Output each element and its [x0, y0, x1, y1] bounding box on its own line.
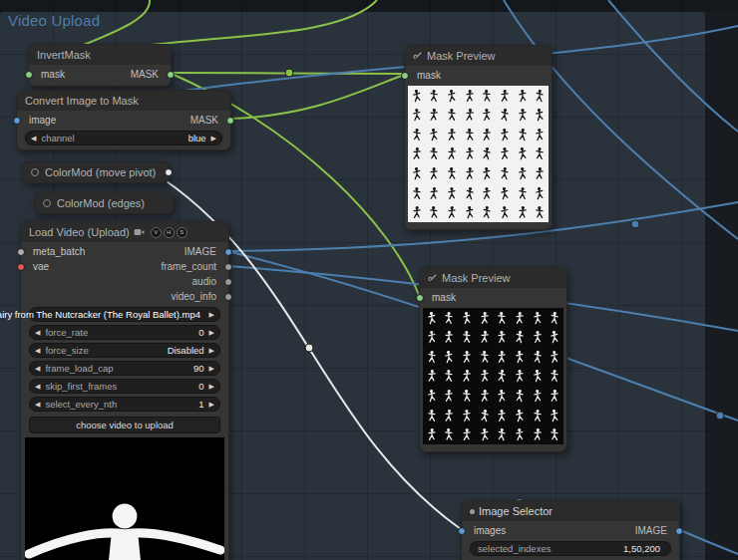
input-slot-mask[interactable]: mask	[29, 67, 65, 82]
dancer-figure	[462, 350, 472, 364]
combo-left-arrow-icon[interactable]: ◀	[35, 326, 40, 339]
combo-left-arrow-icon[interactable]: ◀	[35, 344, 40, 357]
mask-preview-image[interactable]	[423, 308, 563, 444]
dancer-figure	[429, 166, 439, 180]
dancer-figure	[535, 166, 545, 180]
node-invert-mask[interactable]: InvertMask mask MASK	[28, 44, 172, 87]
meta-batch-input-dot[interactable]	[17, 248, 25, 256]
mask-input-dot[interactable]	[401, 72, 409, 80]
dancer-figure	[515, 350, 525, 364]
dancer-figure	[550, 350, 559, 364]
combo-right-arrow-icon[interactable]: ▶	[209, 398, 214, 411]
video-file-combo-widget[interactable]: Plum Fairy from The Nutcracker (The Roya…	[29, 307, 220, 322]
output-slot-audio[interactable]: audio	[192, 274, 228, 289]
force-size-widget[interactable]: ◀ force_size Disabled ▶	[29, 343, 220, 358]
dancer-figure	[447, 166, 457, 180]
mask-preview-image[interactable]	[408, 86, 549, 222]
dancer-figure	[518, 166, 528, 180]
frame-count-output-dot[interactable]	[224, 263, 232, 271]
choose-video-button[interactable]: choose video to upload	[29, 417, 220, 433]
mask-input-dot[interactable]	[25, 71, 33, 79]
collapse-toggle-icon[interactable]	[43, 199, 51, 207]
combo-left-arrow-icon[interactable]: ◀	[35, 380, 40, 393]
node-mask-preview-2[interactable]: Mask Preview mask	[419, 267, 567, 452]
force-rate-widget[interactable]: ◀ force_rate 0 ▶	[29, 325, 220, 340]
node-mask-preview-1[interactable]: Mask Preview mask	[404, 45, 553, 230]
slot-label: MASK	[131, 69, 159, 80]
node-image-selector[interactable]: Image Selector images IMAGE selected_ind…	[461, 500, 680, 560]
video-preview-image[interactable]	[25, 437, 224, 560]
input-slot-mask[interactable]: mask	[420, 290, 456, 305]
widget-value: Disabled	[168, 344, 204, 357]
video-info-output-dot[interactable]	[224, 293, 232, 301]
node-graph-canvas[interactable]: Video Upload InvertMask mask	[0, 0, 738, 560]
collapsed-output-dot[interactable]	[165, 168, 173, 176]
combo-right-arrow-icon[interactable]: ▶	[209, 380, 214, 393]
image-input-dot[interactable]	[13, 117, 21, 125]
node-load-video-upload[interactable]: Load Video (Upload) V H S meta_batch IMA…	[20, 221, 229, 560]
dancer-figure	[518, 205, 528, 219]
images-input-dot[interactable]	[458, 527, 466, 535]
dancer-figure	[482, 108, 492, 122]
combo-right-arrow-icon[interactable]: ▶	[209, 326, 214, 339]
collapse-toggle-icon[interactable]	[31, 168, 39, 176]
audio-output-dot[interactable]	[224, 278, 232, 286]
dancer-figure	[497, 330, 507, 344]
input-slot-images[interactable]: images	[462, 523, 506, 538]
mask-output-dot[interactable]	[167, 71, 175, 79]
combo-left-arrow-icon[interactable]: ◀	[31, 132, 36, 144]
combo-right-arrow-icon[interactable]: ▶	[209, 344, 214, 357]
select-every-nth-widget[interactable]: ◀ select_every_nth 1 ▶	[29, 397, 220, 412]
node-title-bar[interactable]: Load Video (Upload) V H S	[21, 222, 228, 242]
mask-input-dot[interactable]	[416, 294, 424, 302]
output-slot-frame-count[interactable]: frame_count	[161, 259, 228, 274]
output-slot-video-info[interactable]: video_info	[171, 289, 228, 304]
slot-label: video_info	[171, 291, 216, 302]
slot-label: audio	[192, 276, 216, 287]
output-slot-image[interactable]: IMAGE	[635, 523, 679, 538]
image-output-dot[interactable]	[224, 248, 232, 256]
input-slot-meta-batch[interactable]: meta_batch	[21, 244, 85, 259]
widget-value: 90	[193, 362, 204, 375]
slot-row: video_info	[21, 289, 228, 304]
dancer-figure	[465, 108, 475, 122]
node-title-bar[interactable]: InvertMask	[29, 45, 171, 65]
node-convert-image-to-mask[interactable]: Convert Image to Mask image MASK ◀ chann…	[16, 90, 231, 150]
dancer-figure	[497, 389, 507, 403]
frame-load-cap-widget[interactable]: ◀ frame_load_cap 90 ▶	[29, 361, 220, 376]
combo-left-arrow-icon[interactable]: ◀	[35, 398, 40, 411]
node-title-bar[interactable]: Image Selector	[462, 501, 679, 521]
output-slot-mask[interactable]: MASK	[190, 113, 230, 128]
dancer-figure	[533, 427, 543, 441]
dancer-figure	[462, 369, 472, 383]
mask-output-dot[interactable]	[226, 117, 234, 125]
node-title: Convert Image to Mask	[25, 91, 139, 111]
image-output-dot[interactable]	[675, 527, 683, 535]
node-title-bar[interactable]: Convert Image to Mask	[17, 91, 230, 111]
output-slot-image[interactable]: IMAGE	[184, 244, 228, 259]
vae-input-dot[interactable]	[17, 263, 25, 271]
node-title-bar[interactable]: Mask Preview	[405, 46, 552, 66]
node-title: ColorMod (move pivot)	[45, 166, 156, 178]
link-midpoint-dot	[285, 69, 293, 77]
node-colormod-move-pivot[interactable]: ColorMod (move pivot)	[22, 161, 170, 183]
widget-label: force_rate	[45, 326, 88, 339]
selected-indexes-widget[interactable]: selected_indexes 1,50,200	[470, 541, 671, 556]
channel-combo-widget[interactable]: ◀ channel blue ▶	[25, 131, 222, 145]
combo-right-arrow-icon[interactable]: ▶	[209, 308, 214, 321]
combo-right-arrow-icon[interactable]: ▶	[211, 132, 216, 144]
output-slot-mask[interactable]: MASK	[131, 67, 171, 82]
input-slot-vae[interactable]: vae	[21, 259, 49, 274]
dancer-figure	[535, 89, 545, 103]
dancer-figure	[447, 128, 457, 141]
slot-label: images	[474, 525, 506, 536]
combo-right-arrow-icon[interactable]: ▶	[209, 362, 214, 375]
skip-first-frames-widget[interactable]: ◀ skip_first_frames 0 ▶	[29, 379, 220, 394]
input-slot-image[interactable]: image	[17, 113, 56, 128]
dancer-figure	[535, 186, 545, 200]
dancer-figure	[550, 427, 559, 441]
node-title-bar[interactable]: Mask Preview	[420, 268, 566, 288]
input-slot-mask[interactable]: mask	[405, 68, 441, 83]
node-colormod-edges[interactable]: ColorMod (edges)	[34, 192, 174, 214]
combo-left-arrow-icon[interactable]: ◀	[35, 362, 40, 375]
